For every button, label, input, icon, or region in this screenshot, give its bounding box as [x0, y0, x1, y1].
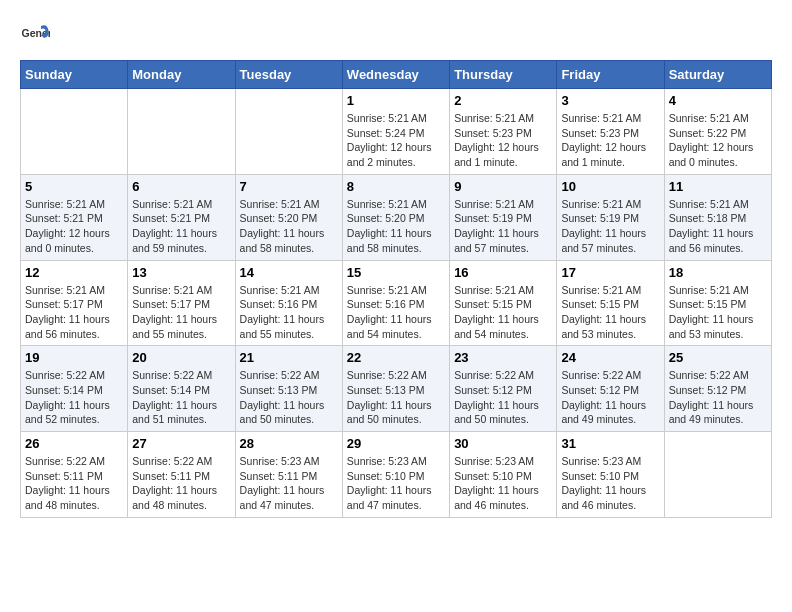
day-info-line: Sunset: 5:23 PM — [454, 126, 552, 141]
day-info-line: Sunset: 5:20 PM — [347, 211, 445, 226]
day-number: 8 — [347, 179, 445, 194]
day-info-line: Daylight: 11 hours and 46 minutes. — [454, 483, 552, 512]
calendar-header: SundayMondayTuesdayWednesdayThursdayFrid… — [21, 61, 772, 89]
calendar-cell: 1Sunrise: 5:21 AMSunset: 5:24 PMDaylight… — [342, 89, 449, 175]
day-info-line: Sunrise: 5:22 AM — [347, 368, 445, 383]
day-info-line: Daylight: 11 hours and 57 minutes. — [561, 226, 659, 255]
calendar-week-row: 5Sunrise: 5:21 AMSunset: 5:21 PMDaylight… — [21, 174, 772, 260]
day-number: 22 — [347, 350, 445, 365]
day-info-line: Sunrise: 5:23 AM — [561, 454, 659, 469]
day-info-line: Daylight: 11 hours and 51 minutes. — [132, 398, 230, 427]
day-info-line: Sunrise: 5:21 AM — [669, 111, 767, 126]
day-info-line: Daylight: 11 hours and 56 minutes. — [25, 312, 123, 341]
logo: General — [20, 20, 54, 50]
weekday-header-tuesday: Tuesday — [235, 61, 342, 89]
calendar-cell: 24Sunrise: 5:22 AMSunset: 5:12 PMDayligh… — [557, 346, 664, 432]
day-number: 19 — [25, 350, 123, 365]
day-number: 24 — [561, 350, 659, 365]
calendar-cell: 28Sunrise: 5:23 AMSunset: 5:11 PMDayligh… — [235, 432, 342, 518]
day-info-line: Sunrise: 5:22 AM — [561, 368, 659, 383]
day-info-line: Sunset: 5:17 PM — [25, 297, 123, 312]
calendar-cell: 8Sunrise: 5:21 AMSunset: 5:20 PMDaylight… — [342, 174, 449, 260]
calendar-cell: 9Sunrise: 5:21 AMSunset: 5:19 PMDaylight… — [450, 174, 557, 260]
calendar-cell: 26Sunrise: 5:22 AMSunset: 5:11 PMDayligh… — [21, 432, 128, 518]
calendar-cell: 2Sunrise: 5:21 AMSunset: 5:23 PMDaylight… — [450, 89, 557, 175]
calendar-cell: 7Sunrise: 5:21 AMSunset: 5:20 PMDaylight… — [235, 174, 342, 260]
day-info-line: Sunset: 5:17 PM — [132, 297, 230, 312]
day-info-line: Sunrise: 5:21 AM — [25, 197, 123, 212]
day-info-line: Daylight: 11 hours and 55 minutes. — [132, 312, 230, 341]
day-number: 23 — [454, 350, 552, 365]
day-number: 9 — [454, 179, 552, 194]
day-info-line: Daylight: 11 hours and 54 minutes. — [454, 312, 552, 341]
calendar-cell — [235, 89, 342, 175]
day-info-line: Sunset: 5:16 PM — [347, 297, 445, 312]
day-info-line: Daylight: 11 hours and 50 minutes. — [240, 398, 338, 427]
day-info-line: Sunset: 5:12 PM — [669, 383, 767, 398]
day-number: 28 — [240, 436, 338, 451]
day-number: 25 — [669, 350, 767, 365]
day-info-line: Daylight: 11 hours and 56 minutes. — [669, 226, 767, 255]
day-info-line: Sunrise: 5:23 AM — [240, 454, 338, 469]
day-number: 7 — [240, 179, 338, 194]
day-number: 20 — [132, 350, 230, 365]
day-info-line: Sunrise: 5:22 AM — [240, 368, 338, 383]
calendar-cell: 6Sunrise: 5:21 AMSunset: 5:21 PMDaylight… — [128, 174, 235, 260]
calendar-table: SundayMondayTuesdayWednesdayThursdayFrid… — [20, 60, 772, 518]
day-number: 6 — [132, 179, 230, 194]
day-info-line: Sunrise: 5:22 AM — [25, 368, 123, 383]
calendar-cell: 18Sunrise: 5:21 AMSunset: 5:15 PMDayligh… — [664, 260, 771, 346]
day-info-line: Daylight: 11 hours and 46 minutes. — [561, 483, 659, 512]
day-number: 3 — [561, 93, 659, 108]
calendar-week-row: 1Sunrise: 5:21 AMSunset: 5:24 PMDaylight… — [21, 89, 772, 175]
day-info-line: Sunrise: 5:23 AM — [454, 454, 552, 469]
day-info-line: Sunset: 5:15 PM — [454, 297, 552, 312]
day-number: 30 — [454, 436, 552, 451]
day-info-line: Daylight: 12 hours and 1 minute. — [561, 140, 659, 169]
day-info-line: Sunrise: 5:21 AM — [561, 111, 659, 126]
weekday-header-sunday: Sunday — [21, 61, 128, 89]
day-info-line: Sunset: 5:14 PM — [132, 383, 230, 398]
day-info-line: Sunset: 5:11 PM — [25, 469, 123, 484]
weekday-header-saturday: Saturday — [664, 61, 771, 89]
day-number: 5 — [25, 179, 123, 194]
calendar-week-row: 19Sunrise: 5:22 AMSunset: 5:14 PMDayligh… — [21, 346, 772, 432]
day-number: 29 — [347, 436, 445, 451]
day-info-line: Sunset: 5:11 PM — [240, 469, 338, 484]
day-info-line: Sunrise: 5:22 AM — [25, 454, 123, 469]
day-info-line: Sunrise: 5:21 AM — [454, 197, 552, 212]
day-info-line: Daylight: 11 hours and 59 minutes. — [132, 226, 230, 255]
calendar-cell: 3Sunrise: 5:21 AMSunset: 5:23 PMDaylight… — [557, 89, 664, 175]
day-info-line: Sunrise: 5:21 AM — [454, 111, 552, 126]
day-info-line: Sunset: 5:15 PM — [669, 297, 767, 312]
day-info-line: Daylight: 12 hours and 2 minutes. — [347, 140, 445, 169]
calendar-cell — [128, 89, 235, 175]
day-info-line: Daylight: 11 hours and 49 minutes. — [561, 398, 659, 427]
day-info-line: Sunset: 5:19 PM — [561, 211, 659, 226]
day-number: 31 — [561, 436, 659, 451]
day-info-line: Daylight: 12 hours and 0 minutes. — [669, 140, 767, 169]
calendar-week-row: 26Sunrise: 5:22 AMSunset: 5:11 PMDayligh… — [21, 432, 772, 518]
day-info-line: Daylight: 11 hours and 50 minutes. — [454, 398, 552, 427]
day-info-line: Sunrise: 5:21 AM — [347, 197, 445, 212]
calendar-cell: 30Sunrise: 5:23 AMSunset: 5:10 PMDayligh… — [450, 432, 557, 518]
calendar-cell — [664, 432, 771, 518]
weekday-header-row: SundayMondayTuesdayWednesdayThursdayFrid… — [21, 61, 772, 89]
day-number: 13 — [132, 265, 230, 280]
day-info-line: Daylight: 12 hours and 0 minutes. — [25, 226, 123, 255]
day-info-line: Sunrise: 5:21 AM — [240, 197, 338, 212]
day-info-line: Sunrise: 5:21 AM — [347, 283, 445, 298]
day-info-line: Sunrise: 5:21 AM — [132, 283, 230, 298]
day-info-line: Sunset: 5:21 PM — [132, 211, 230, 226]
day-info-line: Daylight: 11 hours and 50 minutes. — [347, 398, 445, 427]
day-info-line: Sunset: 5:15 PM — [561, 297, 659, 312]
day-info-line: Sunset: 5:10 PM — [454, 469, 552, 484]
calendar-cell: 12Sunrise: 5:21 AMSunset: 5:17 PMDayligh… — [21, 260, 128, 346]
logo-icon: General — [20, 20, 50, 50]
day-number: 26 — [25, 436, 123, 451]
day-info-line: Sunrise: 5:21 AM — [132, 197, 230, 212]
day-info-line: Sunset: 5:22 PM — [669, 126, 767, 141]
calendar-cell — [21, 89, 128, 175]
day-info-line: Sunset: 5:11 PM — [132, 469, 230, 484]
weekday-header-wednesday: Wednesday — [342, 61, 449, 89]
